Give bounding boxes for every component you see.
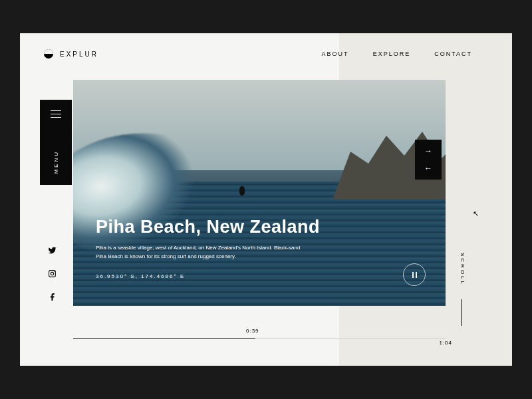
nav-about[interactable]: ABOUT (322, 51, 349, 57)
logo-icon (44, 49, 53, 59)
hero-coordinates: 36.9530° S, 174.4686° E (96, 273, 320, 279)
nav-arrows-button[interactable]: → ← (415, 140, 442, 180)
menu-label: MENU (53, 150, 59, 174)
svg-point-1 (51, 272, 53, 275)
brand[interactable]: EXPLUR (44, 49, 98, 59)
nav-explore[interactable]: EXPLORE (373, 51, 411, 57)
timeline-progress (73, 338, 255, 339)
arrow-left-icon: ← (424, 164, 432, 173)
cursor-icon: ↖ (473, 209, 479, 218)
instagram-icon[interactable] (48, 269, 57, 278)
arrow-right-icon: → (424, 146, 432, 156)
hero-title: Piha Beach, New Zealand (96, 217, 320, 237)
hero-description: Piha is a seaside village, west of Auckl… (96, 244, 309, 261)
hero-image: Piha Beach, New Zealand Piha is a seasid… (73, 80, 446, 306)
hamburger-icon (51, 110, 61, 118)
svg-point-2 (54, 271, 55, 272)
social-links (48, 246, 57, 301)
hero-text-block: Piha Beach, New Zealand Piha is a seasid… (96, 217, 320, 279)
time-current: 0:39 (246, 328, 259, 334)
time-total: 1:04 (439, 340, 452, 346)
pause-button[interactable] (403, 263, 426, 286)
svg-rect-0 (49, 271, 56, 277)
pause-icon (412, 272, 417, 278)
nav-contact[interactable]: CONTACT (434, 51, 472, 57)
menu-button[interactable]: MENU (40, 100, 72, 185)
scroll-label: SCROLL (460, 253, 466, 286)
scroll-indicator-line (461, 299, 462, 326)
twitter-icon[interactable] (48, 246, 57, 255)
brand-name: EXPLUR (60, 51, 98, 58)
video-timeline[interactable] (73, 338, 446, 339)
page-canvas: EXPLUR ABOUT EXPLORE CONTACT Piha Beach,… (20, 33, 512, 366)
main-nav: ABOUT EXPLORE CONTACT (322, 51, 472, 57)
header: EXPLUR ABOUT EXPLORE CONTACT (44, 49, 472, 59)
facebook-icon[interactable] (48, 293, 57, 301)
hero-surfer (239, 186, 245, 196)
